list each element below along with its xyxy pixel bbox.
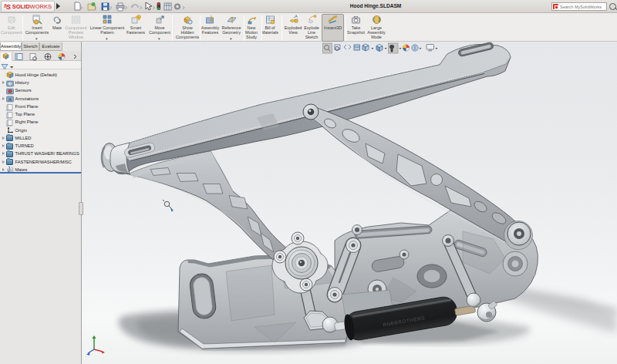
svg-text:A: A: [8, 97, 12, 102]
